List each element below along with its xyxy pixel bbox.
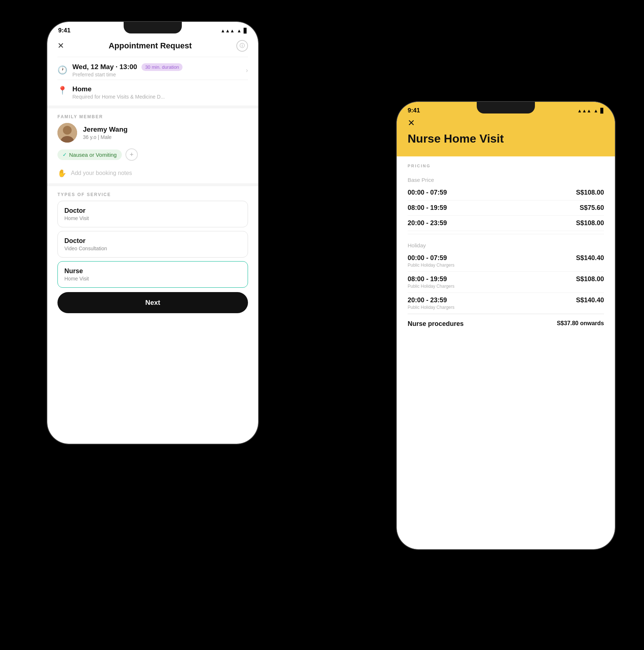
family-section-label: FAMILY MEMBER [47,108,258,123]
service-item-nurse-home[interactable]: Nurse Home Visit [57,261,248,288]
base-price-row-2: 08:00 - 19:59 S$75.60 [408,200,604,216]
page-title: Appointment Request [109,41,192,51]
member-name: Jeremy Wang [83,125,128,133]
holiday-price-row-3: 20:00 - 23:59 Public Holiday Chargers S$… [408,293,604,314]
service-type-1: Doctor [64,207,241,215]
time-back: 9:41 [58,27,71,34]
chevron-right-icon: › [246,67,248,74]
close-button-front[interactable]: ✕ [408,114,604,128]
battery-icon-2: ▊ [600,108,604,113]
phone-back: 9:41 ▲▲▲ ▲ ▊ ✕ Appointment Request ⓘ 🕐 W… [47,22,258,444]
svg-point-1 [63,126,72,135]
pricing-content: PRICING Base Price 00:00 - 07:59 S$108.0… [397,156,615,334]
status-icons-back: ▲▲▲ ▲ ▊ [221,28,247,33]
check-icon: ✓ [63,152,67,157]
member-info: Jeremy Wang 36 y.o | Male [83,125,128,140]
preferred-start-label: Preferred start time [72,72,241,77]
base-price-3: S$108.00 [576,219,604,227]
screen-front: 9:41 ▲▲▲ ▲ ▊ ✕ Nurse Home Visit PRICING … [397,102,615,549]
section-divider-1 [47,105,258,108]
procedures-row: Nurse procedures S$37.80 onwards [408,314,604,334]
next-button[interactable]: Next [57,292,248,313]
avatar [57,123,77,143]
base-time-2: 08:00 - 19:59 [408,204,447,212]
location-info: Home Required for Home Visits & Medicine… [72,85,165,100]
holiday-time-3: 20:00 - 23:59 Public Holiday Chargers [408,296,455,310]
service-title: Nurse Home Visit [408,132,604,145]
holiday-price-row-2: 08:00 - 19:59 Public Holiday Chargers S$… [408,272,604,293]
symptom-tag[interactable]: ✓ Nausea or Vomiting [57,149,122,160]
pricing-section-label: PRICING [408,156,604,172]
service-section-label: TYPES OF SERVICE [47,186,258,201]
date-text: Wed, 12 May · 13:00 [72,63,137,71]
holiday-price-2: S$108.00 [576,275,604,283]
base-time-3: 20:00 - 23:59 [408,219,447,227]
date-main: Wed, 12 May · 13:00 30 min. duration [72,63,241,71]
booking-notes-input[interactable]: Add your booking notes [71,170,132,176]
holiday-divider [408,234,604,234]
holiday-time-2: 08:00 - 19:59 Public Holiday Chargers [408,275,455,289]
info-button[interactable]: ⓘ [236,40,248,52]
symptom-label: Nausea or Vomiting [69,152,117,158]
procedures-label: Nurse procedures [408,320,464,328]
close-button[interactable]: ✕ [57,41,64,51]
holiday-price-row-1: 00:00 - 07:59 Public Holiday Chargers S$… [408,251,604,272]
screen-back: 9:41 ▲▲▲ ▲ ▊ ✕ Appointment Request ⓘ 🕐 W… [47,22,258,444]
info-icon: ⓘ [240,43,245,49]
section-divider-2 [47,183,258,186]
service-type-2: Doctor [64,237,241,245]
location-sub: Required for Home Visits & Medicine D... [72,94,165,100]
base-time-1: 00:00 - 07:59 [408,189,447,196]
service-sub-1: Home Visit [64,215,241,221]
duration-badge: 30 min. duration [141,63,183,71]
status-icons-front: ▲▲▲ ▲ ▊ [577,108,604,113]
service-item-doctor-video[interactable]: Doctor Video Consultation [57,231,248,258]
date-row[interactable]: 🕐 Wed, 12 May · 13:00 30 min. duration P… [47,57,258,80]
holiday-time-1: 00:00 - 07:59 Public Holiday Chargers [408,254,455,268]
procedures-price: S$37.80 onwards [557,320,604,328]
member-sub: 36 y.o | Male [83,134,128,140]
signal-icon-2: ▲▲▲ [577,108,592,113]
base-price-row-3: 20:00 - 23:59 S$108.00 [408,216,604,231]
phone-front: 9:41 ▲▲▲ ▲ ▊ ✕ Nurse Home Visit PRICING … [397,102,615,549]
base-price-label: Base Price [408,172,604,185]
base-price-2: S$75.60 [580,204,604,212]
base-price-row-1: 00:00 - 07:59 S$108.00 [408,185,604,200]
service-type-3: Nurse [64,267,241,275]
app-header: ✕ Appointment Request ⓘ [47,34,258,57]
wifi-icon-2: ▲ [593,108,598,113]
signal-icon: ▲▲▲ [221,28,235,33]
notes-row[interactable]: ✋ Add your booking notes [47,166,258,183]
notch-front [477,102,535,113]
holiday-price-3: S$140.40 [576,296,604,304]
add-symptom-button[interactable]: + [125,148,138,161]
service-sub-3: Home Visit [64,276,241,282]
time-front: 9:41 [408,107,420,114]
tags-row: ✓ Nausea or Vomiting + [47,148,258,166]
base-price-1: S$108.00 [576,189,604,196]
service-list: Doctor Home Visit Doctor Video Consultat… [47,201,258,288]
location-row[interactable]: 📍 Home Required for Home Visits & Medici… [47,80,258,105]
holiday-price-1: S$140.40 [576,254,604,262]
date-info: Wed, 12 May · 13:00 30 min. duration Pre… [72,63,241,77]
location-pin-icon: 📍 [57,86,67,95]
wifi-icon: ▲ [237,28,241,33]
holiday-label: Holiday [408,237,604,251]
service-sub-2: Video Consultation [64,246,241,251]
notch-back [124,22,182,33]
battery-icon: ▊ [244,28,247,33]
clock-icon: 🕐 [57,65,67,75]
member-row: Jeremy Wang 36 y.o | Male [47,123,258,148]
location-name: Home [72,85,165,93]
service-item-doctor-home[interactable]: Doctor Home Visit [57,201,248,227]
notes-icon: ✋ [57,169,67,178]
